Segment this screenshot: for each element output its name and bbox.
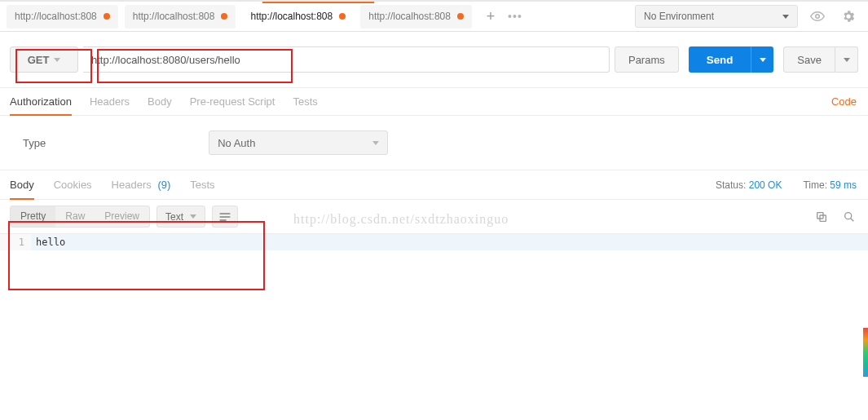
unsaved-dot-icon: [221, 13, 227, 20]
view-mode-group: Pretty Raw Preview: [10, 206, 150, 228]
wrap-icon: [218, 211, 231, 223]
search-icon: [843, 210, 856, 223]
color-strip-icon: [863, 328, 868, 377]
tab-label: http://localhost:808: [133, 11, 215, 22]
view-pretty[interactable]: Pretty: [11, 206, 55, 227]
view-preview[interactable]: Preview: [95, 206, 149, 227]
chevron-down-icon: [190, 214, 196, 219]
svg-point-6: [845, 212, 852, 219]
auth-type-selector[interactable]: No Auth: [209, 130, 388, 155]
send-dropdown[interactable]: [751, 46, 773, 73]
response-format-selector[interactable]: Text: [156, 206, 205, 228]
request-tab-3[interactable]: http://localhost:808: [242, 5, 354, 29]
response-tab-body[interactable]: Body: [10, 170, 34, 200]
params-button[interactable]: Params: [615, 46, 679, 73]
request-url-input[interactable]: [83, 46, 610, 73]
code-link[interactable]: Code: [831, 95, 857, 108]
environment-selector[interactable]: No Environment: [635, 5, 798, 28]
copy-response-button[interactable]: [813, 208, 831, 226]
header-count-badge: (9): [157, 179, 170, 191]
request-tab-4[interactable]: http://localhost:808: [360, 5, 472, 29]
http-method-selector[interactable]: GET: [10, 46, 78, 73]
status-value: 200 OK: [749, 179, 782, 191]
unsaved-dot-icon: [104, 13, 110, 20]
chevron-down-icon: [372, 141, 379, 145]
chevron-down-icon: [760, 58, 766, 62]
response-tab-tests[interactable]: Tests: [190, 170, 214, 200]
save-button[interactable]: Save: [783, 46, 835, 73]
unsaved-dot-icon: [457, 13, 464, 20]
tab-body[interactable]: Body: [148, 88, 172, 116]
view-raw[interactable]: Raw: [55, 206, 95, 227]
method-label: GET: [28, 54, 50, 66]
request-builder: GET Params Send Save: [0, 32, 868, 88]
tab-label: http://localhost:808: [368, 11, 451, 22]
authorization-panel: Type No Auth: [0, 116, 868, 170]
chevron-down-icon: [782, 15, 789, 19]
response-meta: Status: 200 OK Time: 59 ms: [716, 179, 857, 191]
save-dropdown[interactable]: [835, 46, 858, 73]
auth-type-label: Type: [23, 137, 46, 149]
response-content[interactable]: hello: [31, 234, 868, 250]
environment-quicklook-button[interactable]: [806, 5, 829, 28]
settings-button[interactable]: [837, 5, 860, 28]
svg-point-0: [816, 15, 820, 19]
status-label: Status:: [716, 179, 746, 191]
chevron-down-icon: [844, 58, 850, 62]
auth-selected: No Auth: [218, 137, 255, 149]
tab-label: http://localhost:808: [15, 11, 97, 22]
tab-authorization[interactable]: Authorization: [10, 88, 72, 116]
search-response-button[interactable]: [840, 208, 858, 226]
request-config-tabs: Authorization Headers Body Pre-request S…: [0, 88, 868, 116]
send-button[interactable]: Send: [689, 46, 751, 73]
unsaved-dot-icon: [339, 13, 346, 20]
response-viewer-toolbar: Pretty Raw Preview Text: [0, 200, 868, 234]
gear-icon: [841, 9, 856, 24]
request-tab-1[interactable]: http://localhost:808: [7, 5, 118, 29]
line-wrap-button[interactable]: [212, 206, 238, 228]
response-tabs: Body Cookies Headers (9) Tests Status: 2…: [0, 170, 868, 200]
line-number: 1: [19, 237, 24, 248]
svg-line-7: [851, 218, 854, 221]
format-label: Text: [165, 211, 183, 223]
copy-icon: [815, 210, 828, 223]
time-value: 59 ms: [830, 179, 857, 191]
line-gutter: 1: [0, 234, 31, 250]
response-tab-headers[interactable]: Headers (9): [112, 170, 171, 200]
request-tab-2[interactable]: http://localhost:808: [125, 5, 236, 29]
more-tabs-button[interactable]: •••: [503, 5, 527, 29]
new-tab-button[interactable]: +: [478, 5, 503, 29]
chevron-down-icon: [54, 58, 60, 62]
tab-prerequest[interactable]: Pre-request Script: [190, 88, 275, 116]
time-label: Time:: [803, 179, 827, 191]
tab-bar: http://localhost:808 http://localhost:80…: [0, 2, 868, 32]
response-body: 1 hello: [0, 234, 868, 250]
tab-tests[interactable]: Tests: [293, 88, 317, 116]
eye-icon: [810, 9, 825, 24]
environment-label: No Environment: [644, 11, 714, 22]
tab-headers[interactable]: Headers: [90, 88, 130, 116]
response-tab-cookies[interactable]: Cookies: [54, 170, 92, 200]
tab-label: http://localhost:808: [250, 11, 333, 22]
